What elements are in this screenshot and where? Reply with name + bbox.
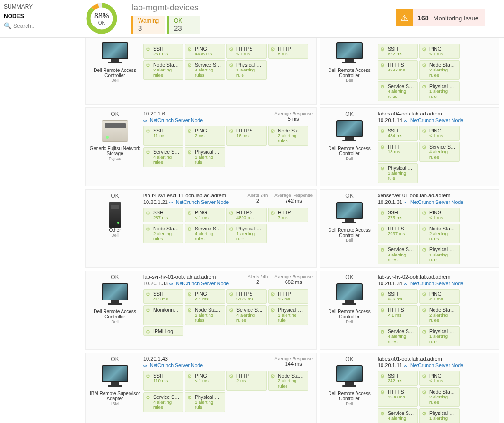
metric-tile[interactable]: ⚙ Service Status 4 alerting rules bbox=[185, 60, 225, 80]
metric-tile[interactable]: ⚙ SSH 484 ms bbox=[378, 126, 418, 141]
search-input[interactable]: 🔍 Search... bbox=[4, 21, 81, 31]
metric-tile[interactable]: ⚙ SSH 231 ms bbox=[143, 44, 183, 59]
gear-icon: ⚙ bbox=[229, 291, 234, 298]
metric-tile[interactable]: ⚙ PING < 1 ms bbox=[419, 44, 460, 59]
node-summary: OK Generic Fujitsu Network Storage Fujit… bbox=[88, 111, 141, 183]
metric-tile[interactable]: ⚙ PING 2 ms bbox=[185, 126, 225, 146]
metric-tile[interactable]: ⚙ Service Status 4 alerting rules bbox=[378, 326, 418, 346]
stat-ok[interactable]: OK 23 bbox=[167, 16, 200, 34]
metric-tile[interactable]: ⚙ HTTPS 5125 ms bbox=[226, 289, 267, 304]
metric-tile[interactable]: ⚙ PING < 1 ms bbox=[185, 371, 225, 391]
metric-tile[interactable]: ⚙ Service Status 4 alerting rules bbox=[419, 142, 460, 162]
metric-tile[interactable]: ⚙ Physical Segm... 1 alerting rule bbox=[185, 392, 225, 412]
metric-tile[interactable]: ⚙ Physical Segm... 1 alerting rule bbox=[268, 305, 308, 325]
node-card[interactable]: OK Dell Remote Access Controller Dell la… bbox=[85, 271, 317, 350]
server-node-link[interactable]: 10.20.1.31 ∞NetCrunch Server Node bbox=[378, 199, 496, 205]
metric-tile[interactable]: ⚙ PING < 1 ms bbox=[185, 208, 225, 222]
metric-tile[interactable]: ⚙ Service Status 4 alerting rules bbox=[226, 305, 267, 325]
node-card[interactable]: OK Dell Remote Access Controller Dell la… bbox=[320, 107, 499, 186]
node-card[interactable]: OK IBM Remote Supervisor Adapter IBM 10.… bbox=[85, 352, 317, 423]
metric-name: Service Status bbox=[153, 149, 180, 155]
metric-tile[interactable]: ⚙ Physical Segm... 1 alerting rule bbox=[185, 147, 225, 167]
server-node-link[interactable]: 10.20.1.34 ∞NetCrunch Server Node bbox=[378, 281, 496, 286]
metric-tile[interactable]: ⚙ HTTPS 4297 ms bbox=[378, 60, 418, 80]
stat-warning[interactable]: Warning 3 bbox=[131, 16, 165, 34]
metric-name: Service Status bbox=[388, 247, 415, 252]
metric-tile[interactable]: ⚙ SSH 275 ms bbox=[378, 208, 418, 222]
metric-tile[interactable]: ⚙ Service Status 4 alerting rules bbox=[143, 147, 183, 167]
metric-tile[interactable]: ⚙ Physical Segm... 1 alerting rule bbox=[419, 245, 460, 264]
metric-tile[interactable]: ⚙ Physical Segm... 1 alerting rule bbox=[419, 326, 460, 346]
metric-value: 15 ms bbox=[278, 297, 305, 302]
nav-summary[interactable]: SUMMARY bbox=[4, 2, 81, 11]
metric-tile[interactable]: ⚙ Monitoring Sen... bbox=[143, 305, 183, 325]
metric-tile[interactable]: ⚙ HTTP 15 ms bbox=[268, 289, 308, 304]
metric-value: 242 ms bbox=[388, 379, 415, 384]
node-card[interactable]: Dell Remote Access Controller Dell ⚙ SSH… bbox=[85, 38, 317, 105]
metric-tile[interactable]: ⚙ HTTP 2 ms bbox=[226, 371, 267, 391]
gear-icon: ⚙ bbox=[146, 329, 150, 335]
node-card[interactable]: OK Dell Remote Access Controller Dell xe… bbox=[320, 189, 499, 268]
metric-tile[interactable]: ⚙ Physical Segm... 1 alerting rule bbox=[378, 163, 418, 183]
metric-tile[interactable]: ⚙ Physical Segm... 1 alerting rule bbox=[226, 60, 267, 80]
server-node-link[interactable]: 10.20.1.14 ∞NetCrunch Server Node bbox=[378, 117, 496, 123]
node-card[interactable]: OK Dell Remote Access Controller Dell la… bbox=[320, 352, 499, 423]
metric-tile[interactable]: ⚙ Service Status 4 alerting rules bbox=[378, 245, 418, 264]
node-card[interactable]: OK Other Dell lab-r4-svr-esxi-11-oob.lab… bbox=[85, 189, 317, 268]
metric-tile[interactable]: ⚙ SSH 11 ms bbox=[143, 126, 183, 146]
metric-tile[interactable]: ⚙ IPMI Log bbox=[143, 326, 183, 336]
gear-icon: ⚙ bbox=[380, 247, 385, 253]
metric-tile[interactable]: ⚙ Node Status 2 alerting rules bbox=[143, 60, 183, 80]
node-card[interactable]: OK Generic Fujitsu Network Storage Fujit… bbox=[85, 107, 317, 186]
metric-tile[interactable]: ⚙ PING < 1 ms bbox=[419, 371, 460, 386]
metric-tile[interactable]: ⚙ Node Status 2 alerting rules bbox=[185, 305, 225, 325]
metric-tile[interactable]: ⚙ PING < 1 ms bbox=[419, 289, 460, 304]
metric-tile[interactable]: ⚙ Service Status 4 alerting rules bbox=[378, 81, 418, 101]
metric-tile[interactable]: ⚙ HTTPS 16 ms bbox=[226, 126, 267, 146]
metric-tile[interactable]: ⚙ Node Status 2 alerting rules bbox=[268, 371, 308, 391]
metric-tile[interactable]: ⚙ SSH 287 ms bbox=[143, 208, 183, 222]
metric-tile[interactable]: ⚙ HTTP 18 ms bbox=[378, 142, 418, 162]
metric-tile[interactable]: ⚙ SSH 622 ms bbox=[378, 44, 418, 59]
metric-tile[interactable]: ⚙ HTTPS 2937 ms bbox=[378, 224, 418, 244]
metric-tile[interactable]: ⚙ Node Status 2 alerting rules bbox=[268, 126, 308, 146]
metric-tile[interactable]: ⚙ Node Status 2 alerting rules bbox=[419, 60, 460, 80]
metric-tile[interactable]: ⚙ Node Status 2 alerting rules bbox=[419, 305, 460, 325]
metric-tile[interactable]: ⚙ PING < 1 ms bbox=[419, 208, 460, 222]
node-card[interactable]: OK Dell Remote Access Controller Dell la… bbox=[320, 271, 499, 350]
server-node-link[interactable]: 10.20.1.11 ∞NetCrunch Server Node bbox=[378, 362, 496, 368]
gear-icon: ⚙ bbox=[146, 210, 150, 216]
metric-tile[interactable]: ⚙ HTTPS < 1 ms bbox=[226, 44, 267, 59]
metric-tile[interactable]: ⚙ HTTPS < 1 ms bbox=[378, 305, 418, 325]
gear-icon: ⚙ bbox=[380, 329, 385, 335]
metric-value: < 1 ms bbox=[236, 52, 263, 57]
metric-tile[interactable]: ⚙ PING < 1 ms bbox=[185, 289, 225, 304]
metric-value: 1 alerting rule bbox=[388, 171, 415, 181]
metric-tile[interactable]: ⚙ Node Status 2 alerting rules bbox=[419, 224, 460, 244]
metric-tile[interactable]: ⚙ Node Status 2 alerting rules bbox=[419, 387, 460, 407]
metric-tile[interactable]: ⚙ Service Status 4 alerting rules bbox=[185, 224, 225, 244]
metric-tile[interactable]: ⚙ Physical Segm... 1 alerting rule bbox=[226, 224, 267, 244]
metric-value: 110 ms bbox=[153, 379, 180, 384]
metric-tile[interactable]: ⚙ SSH 242 ms bbox=[378, 371, 418, 386]
metric-tile[interactable]: ⚙ Service Status 4 alerting rules bbox=[378, 408, 418, 423]
metric-tile[interactable]: ⚙ Physical Segm... 1 alerting rule bbox=[419, 81, 460, 101]
node-card[interactable]: Dell Remote Access Controller Dell ⚙ SSH… bbox=[320, 38, 499, 105]
metric-tile[interactable]: ⚙ PING 4406 ms bbox=[185, 44, 225, 59]
device-vendor: Dell bbox=[346, 156, 353, 161]
metric-tile[interactable]: ⚙ HTTPS 4890 ms bbox=[226, 208, 267, 222]
nav-nodes[interactable]: NODES bbox=[4, 11, 81, 21]
metric-tile[interactable]: ⚙ SSH 110 ms bbox=[143, 371, 183, 391]
metric-tile[interactable]: ⚙ PING < 1 ms bbox=[419, 126, 460, 141]
device-type: Dell Remote Access Controller bbox=[88, 309, 141, 319]
metric-tile[interactable]: ⚙ Node Status 2 alerting rules bbox=[143, 224, 183, 244]
metric-tile[interactable]: ⚙ HTTP 8 ms bbox=[268, 44, 308, 59]
metric-value: 1 alerting rule bbox=[429, 253, 456, 263]
metric-tile[interactable]: ⚙ SSH 966 ms bbox=[378, 289, 418, 304]
monitoring-alert[interactable]: ⚠ 168 Monitoring Issue bbox=[396, 9, 485, 26]
metric-tile[interactable]: ⚙ Physical Segm... 1 alerting rule bbox=[419, 408, 460, 423]
metric-tile[interactable]: ⚙ Service Status 4 alerting rules bbox=[143, 392, 183, 412]
metric-tile[interactable]: ⚙ SSH 413 ms bbox=[143, 289, 183, 304]
metric-tile[interactable]: ⚙ HTTPS 1938 ms bbox=[378, 387, 418, 407]
metric-tile[interactable]: ⚙ HTTP 7 ms bbox=[268, 208, 308, 222]
